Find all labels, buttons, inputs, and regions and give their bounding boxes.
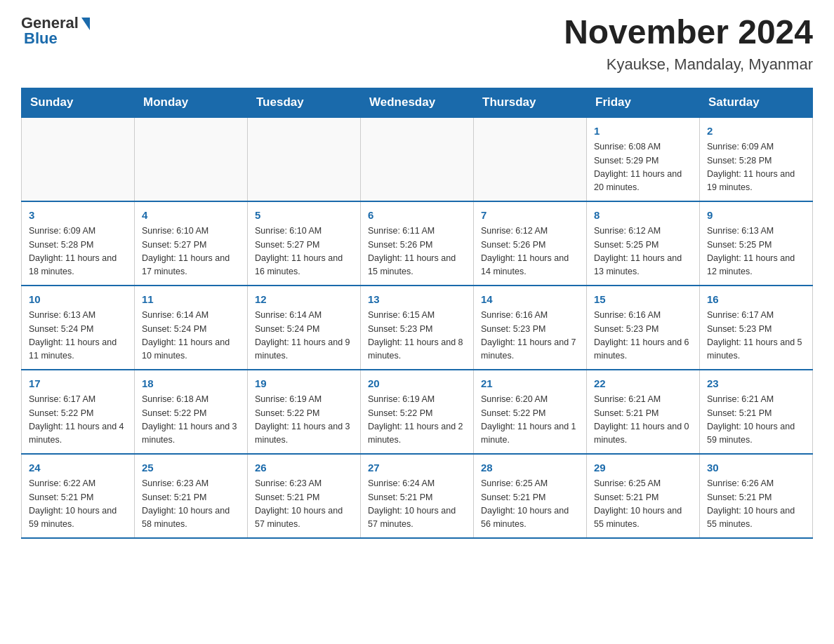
day-number: 26	[255, 460, 353, 476]
page-header: General Blue November 2024 Kyaukse, Mand…	[21, 14, 813, 74]
calendar-header-tuesday: Tuesday	[248, 88, 361, 117]
calendar-cell: 9Sunrise: 6:13 AM Sunset: 5:25 PM Daylig…	[700, 201, 813, 286]
day-number: 6	[368, 208, 466, 224]
calendar-cell: 1Sunrise: 6:08 AM Sunset: 5:29 PM Daylig…	[587, 117, 700, 201]
day-number: 4	[142, 208, 240, 224]
day-info: Sunrise: 6:14 AM Sunset: 5:24 PM Dayligh…	[255, 309, 353, 363]
day-info: Sunrise: 6:14 AM Sunset: 5:24 PM Dayligh…	[142, 309, 240, 363]
calendar-cell: 22Sunrise: 6:21 AM Sunset: 5:21 PM Dayli…	[587, 370, 700, 454]
calendar-cell: 24Sunrise: 6:22 AM Sunset: 5:21 PM Dayli…	[22, 454, 135, 538]
logo: General Blue	[21, 14, 90, 48]
day-number: 13	[368, 292, 466, 308]
day-number: 3	[29, 208, 127, 224]
day-number: 24	[29, 460, 127, 476]
calendar-cell: 14Sunrise: 6:16 AM Sunset: 5:23 PM Dayli…	[474, 286, 587, 370]
calendar-week-row: 10Sunrise: 6:13 AM Sunset: 5:24 PM Dayli…	[22, 286, 813, 370]
calendar-cell: 25Sunrise: 6:23 AM Sunset: 5:21 PM Dayli…	[135, 454, 248, 538]
day-number: 10	[29, 292, 127, 308]
calendar-week-row: 17Sunrise: 6:17 AM Sunset: 5:22 PM Dayli…	[22, 370, 813, 454]
logo-blue-text: Blue	[24, 29, 58, 48]
day-number: 23	[707, 376, 805, 392]
day-number: 7	[481, 208, 579, 224]
calendar-cell	[361, 117, 474, 201]
day-number: 5	[255, 208, 353, 224]
day-number: 11	[142, 292, 240, 308]
calendar-cell: 2Sunrise: 6:09 AM Sunset: 5:28 PM Daylig…	[700, 117, 813, 201]
day-number: 14	[481, 292, 579, 308]
calendar-cell: 13Sunrise: 6:15 AM Sunset: 5:23 PM Dayli…	[361, 286, 474, 370]
calendar-header-thursday: Thursday	[474, 88, 587, 117]
calendar-cell: 30Sunrise: 6:26 AM Sunset: 5:21 PM Dayli…	[700, 454, 813, 538]
day-number: 8	[594, 208, 692, 224]
calendar-cell: 10Sunrise: 6:13 AM Sunset: 5:24 PM Dayli…	[22, 286, 135, 370]
calendar-cell: 3Sunrise: 6:09 AM Sunset: 5:28 PM Daylig…	[22, 201, 135, 286]
day-number: 28	[481, 460, 579, 476]
day-info: Sunrise: 6:12 AM Sunset: 5:26 PM Dayligh…	[481, 224, 579, 279]
title-block: November 2024 Kyaukse, Mandalay, Myanmar	[564, 14, 813, 74]
calendar-cell: 16Sunrise: 6:17 AM Sunset: 5:23 PM Dayli…	[700, 286, 813, 370]
calendar-week-row: 1Sunrise: 6:08 AM Sunset: 5:29 PM Daylig…	[22, 117, 813, 201]
logo-arrow-icon	[81, 18, 90, 30]
day-info: Sunrise: 6:20 AM Sunset: 5:22 PM Dayligh…	[481, 393, 579, 448]
calendar-cell	[248, 117, 361, 201]
calendar-cell: 20Sunrise: 6:19 AM Sunset: 5:22 PM Dayli…	[361, 370, 474, 454]
day-number: 1	[594, 123, 692, 140]
calendar-cell: 15Sunrise: 6:16 AM Sunset: 5:23 PM Dayli…	[587, 286, 700, 370]
day-info: Sunrise: 6:21 AM Sunset: 5:21 PM Dayligh…	[707, 393, 805, 448]
calendar-cell: 18Sunrise: 6:18 AM Sunset: 5:22 PM Dayli…	[135, 370, 248, 454]
day-info: Sunrise: 6:25 AM Sunset: 5:21 PM Dayligh…	[594, 477, 692, 532]
calendar-header-monday: Monday	[135, 88, 248, 117]
day-number: 18	[142, 376, 240, 392]
day-number: 27	[368, 460, 466, 476]
day-number: 20	[368, 376, 466, 392]
calendar-cell: 21Sunrise: 6:20 AM Sunset: 5:22 PM Dayli…	[474, 370, 587, 454]
day-info: Sunrise: 6:10 AM Sunset: 5:27 PM Dayligh…	[142, 224, 240, 279]
day-info: Sunrise: 6:16 AM Sunset: 5:23 PM Dayligh…	[481, 309, 579, 363]
day-number: 29	[594, 460, 692, 476]
day-number: 30	[707, 460, 805, 476]
day-info: Sunrise: 6:17 AM Sunset: 5:22 PM Dayligh…	[29, 393, 127, 448]
day-info: Sunrise: 6:09 AM Sunset: 5:28 PM Dayligh…	[707, 140, 805, 195]
calendar-cell: 6Sunrise: 6:11 AM Sunset: 5:26 PM Daylig…	[361, 201, 474, 286]
page-title: November 2024	[564, 14, 813, 51]
page-subtitle: Kyaukse, Mandalay, Myanmar	[564, 55, 813, 74]
calendar-cell	[135, 117, 248, 201]
day-number: 19	[255, 376, 353, 392]
day-info: Sunrise: 6:13 AM Sunset: 5:25 PM Dayligh…	[707, 224, 805, 279]
day-number: 12	[255, 292, 353, 308]
day-info: Sunrise: 6:09 AM Sunset: 5:28 PM Dayligh…	[29, 224, 127, 279]
calendar-cell: 26Sunrise: 6:23 AM Sunset: 5:21 PM Dayli…	[248, 454, 361, 538]
calendar-week-row: 3Sunrise: 6:09 AM Sunset: 5:28 PM Daylig…	[22, 201, 813, 286]
calendar-cell: 8Sunrise: 6:12 AM Sunset: 5:25 PM Daylig…	[587, 201, 700, 286]
calendar-cell: 28Sunrise: 6:25 AM Sunset: 5:21 PM Dayli…	[474, 454, 587, 538]
day-number: 17	[29, 376, 127, 392]
calendar-header-row: SundayMondayTuesdayWednesdayThursdayFrid…	[22, 88, 813, 117]
calendar-cell: 12Sunrise: 6:14 AM Sunset: 5:24 PM Dayli…	[248, 286, 361, 370]
day-info: Sunrise: 6:12 AM Sunset: 5:25 PM Dayligh…	[594, 224, 692, 279]
calendar-week-row: 24Sunrise: 6:22 AM Sunset: 5:21 PM Dayli…	[22, 454, 813, 538]
day-info: Sunrise: 6:16 AM Sunset: 5:23 PM Dayligh…	[594, 309, 692, 363]
calendar-cell: 29Sunrise: 6:25 AM Sunset: 5:21 PM Dayli…	[587, 454, 700, 538]
day-number: 15	[594, 292, 692, 308]
day-info: Sunrise: 6:24 AM Sunset: 5:21 PM Dayligh…	[368, 477, 466, 532]
day-info: Sunrise: 6:19 AM Sunset: 5:22 PM Dayligh…	[255, 393, 353, 448]
calendar-cell	[474, 117, 587, 201]
calendar-cell	[22, 117, 135, 201]
day-info: Sunrise: 6:19 AM Sunset: 5:22 PM Dayligh…	[368, 393, 466, 448]
day-number: 16	[707, 292, 805, 308]
day-info: Sunrise: 6:25 AM Sunset: 5:21 PM Dayligh…	[481, 477, 579, 532]
day-info: Sunrise: 6:17 AM Sunset: 5:23 PM Dayligh…	[707, 309, 805, 363]
calendar-cell: 11Sunrise: 6:14 AM Sunset: 5:24 PM Dayli…	[135, 286, 248, 370]
day-info: Sunrise: 6:11 AM Sunset: 5:26 PM Dayligh…	[368, 224, 466, 279]
calendar-cell: 5Sunrise: 6:10 AM Sunset: 5:27 PM Daylig…	[248, 201, 361, 286]
day-info: Sunrise: 6:26 AM Sunset: 5:21 PM Dayligh…	[707, 477, 805, 532]
calendar-header-saturday: Saturday	[700, 88, 813, 117]
calendar-cell: 17Sunrise: 6:17 AM Sunset: 5:22 PM Dayli…	[22, 370, 135, 454]
day-info: Sunrise: 6:18 AM Sunset: 5:22 PM Dayligh…	[142, 393, 240, 448]
day-info: Sunrise: 6:13 AM Sunset: 5:24 PM Dayligh…	[29, 309, 127, 363]
day-info: Sunrise: 6:08 AM Sunset: 5:29 PM Dayligh…	[594, 140, 692, 195]
day-number: 25	[142, 460, 240, 476]
day-info: Sunrise: 6:15 AM Sunset: 5:23 PM Dayligh…	[368, 309, 466, 363]
calendar-cell: 4Sunrise: 6:10 AM Sunset: 5:27 PM Daylig…	[135, 201, 248, 286]
day-number: 22	[594, 376, 692, 392]
